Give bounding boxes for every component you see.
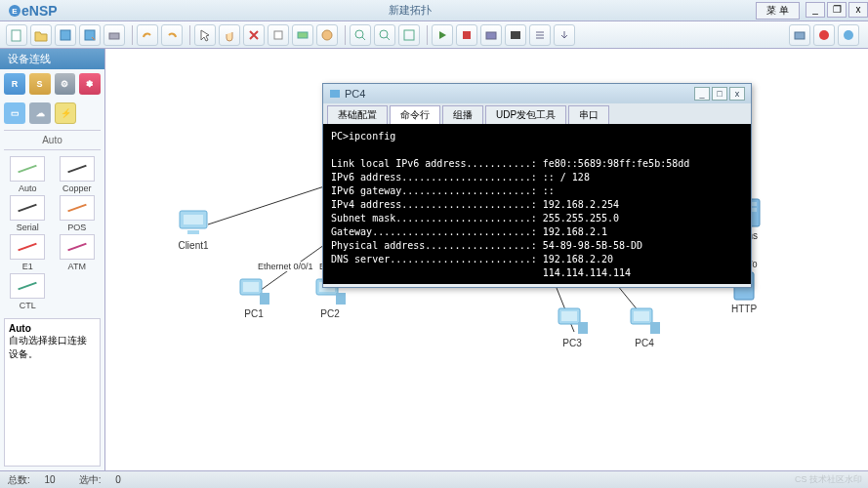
list-icon [533,28,547,42]
svg-rect-12 [463,31,471,39]
export-icon [558,28,571,42]
svg-point-17 [844,30,853,40]
capture-button[interactable] [480,24,502,46]
delete-button[interactable] [243,24,265,46]
svg-rect-6 [274,31,282,39]
device-switch-icon[interactable]: S [29,73,51,95]
node-client1[interactable]: Client1 [174,205,213,251]
list-button[interactable] [529,24,551,46]
device-router-icon[interactable]: R [4,73,25,95]
topology-canvas[interactable]: Client1 PC1 PC2 PC3 PC4 dns HTTP Etherne… [105,49,868,470]
text-button[interactable] [292,24,313,46]
watermark: CS 技术社区水印 [795,473,862,486]
pc-icon [236,275,271,306]
maximize-button[interactable]: ❐ [827,2,847,18]
saveas-icon [83,28,97,42]
snapshot-button[interactable] [789,24,810,46]
conn-ctl[interactable]: CTL [4,273,52,310]
minimize-button[interactable]: _ [806,2,825,18]
client-icon [176,207,211,238]
conn-copper[interactable]: Copper [54,156,102,193]
print-icon [107,28,121,42]
close-button[interactable]: x [848,2,868,18]
device-pc-icon[interactable]: ▭ [4,102,25,124]
desc-title: Auto [9,323,31,334]
tab-multicast[interactable]: 组播 [442,105,483,124]
zoomin-button[interactable] [350,24,371,46]
sidebar-header: 设备连线 [0,49,104,69]
start-button[interactable] [432,24,453,46]
hand-icon [223,28,236,42]
play-icon [435,28,449,42]
svg-point-9 [355,30,363,38]
device-wlan-icon[interactable]: ⚙ [55,73,76,95]
console-titlebar[interactable]: PC4 _ □ x [323,84,751,103]
menu-button[interactable]: 菜 单 [756,2,800,20]
palette-icon [320,28,334,42]
status-bar: 总数: 10 选中: 0 [0,470,868,488]
toolbar [0,21,868,49]
saveas-button[interactable] [79,24,101,46]
text-icon [296,28,310,42]
export-button[interactable] [554,24,575,46]
conn-pos[interactable]: POS [54,195,102,232]
undo-button[interactable] [137,24,158,46]
redo-button[interactable] [161,24,183,46]
delete-icon [247,28,261,42]
pc-icon [555,305,590,336]
console-min[interactable]: _ [694,87,710,101]
new-button[interactable] [6,24,27,46]
huawei-button[interactable] [813,24,835,46]
save-button[interactable] [55,24,76,46]
help-icon [842,28,855,42]
node-pc4[interactable]: PC4 [625,303,664,348]
svg-rect-7 [298,32,308,38]
console-tabs: 基础配置 命令行 组播 UDP发包工具 串口 [323,103,751,124]
device-connection-icon[interactable]: ⚡ [55,102,76,124]
pan-button[interactable] [219,24,240,46]
conn-e1[interactable]: E1 [4,234,52,271]
console-window[interactable]: PC4 _ □ x 基础配置 命令行 组播 UDP发包工具 串口 PC>ipco… [322,83,752,288]
svg-rect-26 [184,215,203,224]
ensp-icon: E [8,4,21,18]
auto-label: Auto [0,133,104,147]
svg-text:E: E [12,7,18,16]
open-button[interactable] [30,24,52,46]
tab-cli[interactable]: 命令行 [390,105,440,124]
svg-rect-15 [795,32,805,39]
zoomout-button[interactable] [374,24,395,46]
cli-button[interactable] [505,24,526,46]
cursor-icon [198,28,212,42]
palette-button[interactable] [316,24,338,46]
svg-point-8 [322,30,332,40]
help-button[interactable] [838,24,859,46]
console-max[interactable]: □ [712,87,727,101]
huawei-icon [817,28,831,42]
device-cloud-icon[interactable]: ☁ [29,102,51,124]
terminal[interactable]: PC>ipconfig Link local IPv6 address.....… [323,124,751,284]
clear-button[interactable] [268,24,289,46]
undo-icon [141,28,154,42]
svg-rect-35 [561,311,577,321]
console-title: PC4 [345,88,365,100]
broom-icon [271,28,285,42]
svg-rect-46 [330,90,340,98]
redo-icon [165,28,179,42]
node-pc3[interactable]: PC3 [553,303,592,348]
console-close[interactable]: x [729,87,745,101]
print-button[interactable] [103,24,125,46]
description-box: Auto 自动选择接口连接设备。 [4,318,101,467]
node-pc1[interactable]: PC1 [234,273,273,319]
device-firewall-icon[interactable]: ✽ [79,73,101,95]
svg-point-10 [380,30,388,38]
conn-atm[interactable]: ATM [54,234,102,271]
fit-button[interactable] [398,24,420,46]
select-button[interactable] [194,24,216,46]
tab-basic[interactable]: 基础配置 [327,105,388,124]
stop-button[interactable] [456,24,477,46]
svg-rect-33 [336,293,346,305]
tab-udp[interactable]: UDP发包工具 [485,105,566,124]
tab-serial[interactable]: 串口 [568,105,609,124]
conn-serial[interactable]: Serial [4,195,52,232]
conn-auto[interactable]: Auto [4,156,52,193]
